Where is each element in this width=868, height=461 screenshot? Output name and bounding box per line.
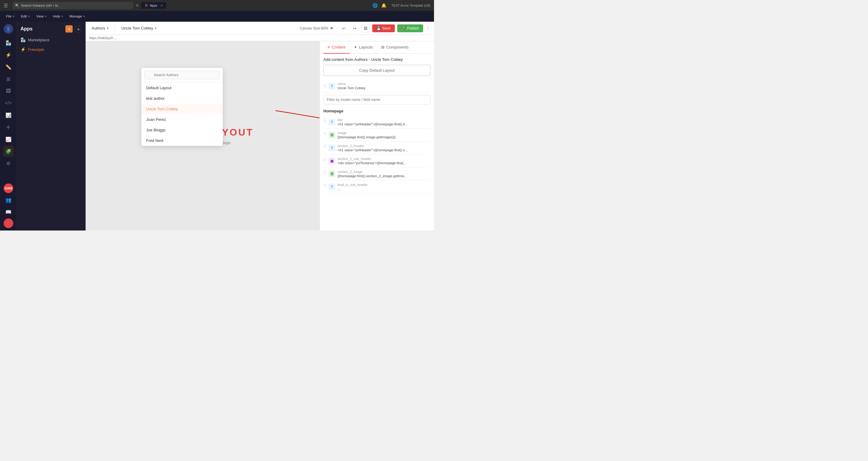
file-dropdown-arrow: ▼ [13, 15, 15, 18]
content-item-title: ⠿ T title <h1 class="pvlHeader">{{homepa… [323, 116, 430, 129]
content-item-lead-in: ⠿ T lead_in_sub_header ... [323, 181, 430, 193]
tab-close-icon[interactable]: ✕ [160, 4, 163, 7]
menu-help[interactable]: Help ▼ [51, 13, 66, 19]
sidebar-item-lightning[interactable]: ⚡ [3, 50, 14, 60]
sidebar-item-marketplace-panel[interactable]: 🏪 Marketplace [17, 35, 85, 44]
section2-header-info: section_2_header <h1 class="pvlHeader">{… [338, 144, 430, 152]
user-badge[interactable]: #1f69 [4, 184, 13, 193]
add-app-button[interactable]: + [65, 25, 73, 33]
hamburger-icon[interactable]: ☰ [4, 3, 8, 8]
sidebar-item-brush[interactable]: ✏️ [3, 61, 14, 72]
sidebar-item-layers[interactable]: ⊞ [3, 73, 14, 84]
dropdown-item-joe-bloggs[interactable]: Joe Bloggs [141, 125, 223, 135]
authors-dropdown-btn[interactable]: Authors ▼ [89, 25, 112, 32]
apps-panel: Apps + ◀ 🏪 Marketplace ⚡ Freestyle [17, 22, 86, 230]
right-panel-content: Add content from Authors - Uncle Tom Cob… [320, 54, 434, 230]
content-item-section2-sub-header: ⠿ ▦ section_2_sub_header <div class="pvl… [323, 155, 430, 167]
drag-handle-title[interactable]: ⠿ [323, 118, 326, 123]
save-button[interactable]: 💾 Save [372, 24, 395, 32]
content-item-section2-header: ⠿ T section_2_header <h1 class="pvlHeade… [323, 142, 430, 155]
browser-bar-icons: 🌐 🔔 [373, 3, 386, 8]
more-options-button[interactable]: ⋮ [426, 25, 430, 31]
browser-tab-apps[interactable]: ⚙ Apps ✕ [141, 2, 166, 9]
menu-manage[interactable]: Manage ▼ [67, 13, 87, 19]
globe-icon[interactable]: 🌐 [373, 3, 378, 8]
homepage-title: Homepage [323, 109, 430, 113]
drag-handle-image[interactable]: ⠿ [323, 131, 326, 136]
sidebar-item-user-plus[interactable]: 👥 [3, 194, 14, 205]
sidebar-item-puzzle[interactable]: 🧩 [3, 146, 14, 157]
tab-layouts[interactable]: ✦ Layouts [350, 41, 377, 54]
publish-icon: 🚀 [401, 26, 406, 30]
sidebar-item-image[interactable]: 🖼 [3, 86, 14, 96]
dropdown-item-fred-nerk[interactable]: Fred Nerk [141, 135, 223, 146]
dropdown-item-juan-perez[interactable]: Juan Perez [141, 114, 223, 125]
help-dropdown-arrow: ▼ [61, 15, 64, 18]
drag-handle-section2-image[interactable]: ⠿ [323, 170, 326, 175]
browser-bar: ☰ 🔍 Search Instance (ctrl + k) ⚙ ⚙ Apps … [0, 0, 434, 11]
homepage-section: Homepage ⠿ T title <h1 class="pvlHeader"… [323, 109, 430, 193]
sidebar-item-marketplace[interactable]: 🏪 [3, 37, 14, 48]
canvas-area: DEFAULT LAYOUTAYOUT right to start desig… [86, 41, 319, 230]
components-tab-icon: ⊞ [381, 45, 384, 50]
avatar[interactable]: 👤 [4, 24, 13, 34]
authors-search-input[interactable] [144, 71, 220, 79]
content-area: Authors ▼ Uncle Tom Cobley ▼ Canvas Size… [86, 22, 434, 230]
sidebar-item-settings[interactable]: ⚙ [3, 158, 14, 169]
sidebar-item-bar-chart[interactable]: 📈 [3, 134, 14, 145]
app-menu: File ▼ Edit ▼ View ▼ Help ▼ Manage ▼ [4, 13, 88, 19]
save-icon: 💾 [376, 26, 381, 30]
drag-handle-section2-sub[interactable]: ⠿ [323, 157, 326, 162]
filter-input[interactable] [323, 95, 430, 104]
undo-button[interactable]: ↩ [340, 24, 348, 33]
sidebar-item-chart[interactable]: 📊 [3, 110, 14, 121]
sidebar-item-code[interactable]: </> [3, 98, 14, 109]
main-layout: 👤 🏪 ⚡ ✏️ ⊞ 🖼 </> 📊 ✛ 📈 🧩 ⚙ #1f69 👥 📖 ↻ A… [0, 22, 434, 230]
author-selected-arrow: ▼ [154, 27, 157, 30]
dropdown-item-default-layout[interactable]: Default Layout [141, 83, 223, 93]
search-icon: 🔍 [15, 4, 19, 7]
lead-in-info: lead_in_sub_header ... [338, 183, 430, 191]
sidebar-item-freestyle[interactable]: ⚡ Freestyle [17, 44, 85, 54]
url-bar: https://5dk0zp2f-... [86, 35, 434, 41]
tab-label: Apps [150, 4, 157, 7]
toolbar-actions: ↩ ↪ 🖼 💾 Save 🚀 Publish ⋮ [340, 24, 430, 33]
image-button[interactable]: 🖼 [361, 24, 370, 33]
title-info: title <h1 class="pvlHeader">{{homepage.f… [338, 118, 430, 126]
content-item-image: ⠿ 🖼 image {{homepage.first().image.getIm… [323, 129, 430, 142]
bell-icon[interactable]: 🔔 [381, 3, 386, 8]
drag-handle-name[interactable]: ⠿ [323, 84, 326, 88]
layouts-tab-icon: ✦ [354, 45, 357, 50]
edit-dropdown-arrow: ▼ [28, 15, 30, 18]
left-sidebar: 👤 🏪 ⚡ ✏️ ⊞ 🖼 </> 📊 ✛ 📈 🧩 ⚙ #1f69 👥 📖 ↻ [0, 22, 17, 230]
section2-image-icon: 🖼 [329, 171, 335, 177]
manage-dropdown-arrow: ▼ [83, 15, 85, 18]
menu-view[interactable]: View ▼ [34, 13, 50, 19]
drag-handle-section2-header[interactable]: ⠿ [323, 144, 326, 149]
section2-header-icon: T [329, 145, 335, 151]
name-row: ⠿ T name Uncle Tom Cobley [323, 80, 430, 92]
publish-button[interactable]: 🚀 Publish [397, 24, 423, 32]
redo-button[interactable]: ↪ [350, 24, 359, 33]
lead-in-icon: T [329, 184, 335, 190]
sidebar-item-crosshair[interactable]: ✛ [3, 122, 14, 132]
author-selected-dropdown[interactable]: Uncle Tom Cobley ▼ [119, 25, 159, 32]
dropdown-item-uncle-tom[interactable]: Uncle Tom Cobley [141, 104, 223, 114]
copy-default-layout-button[interactable]: Copy Default Layout [323, 65, 430, 76]
view-dropdown-arrow: ▼ [44, 15, 47, 18]
toolbar-divider-1 [115, 25, 116, 31]
menu-file[interactable]: File ▼ [4, 13, 17, 19]
drag-handle-lead-in[interactable]: ⠿ [323, 183, 326, 188]
tab-components[interactable]: ⊞ Components [377, 41, 413, 54]
eye-icon[interactable]: 👁 [330, 26, 334, 30]
dropdown-item-test-author[interactable]: test author [141, 93, 223, 104]
sidebar-item-refresh[interactable]: ↻ [4, 218, 13, 228]
collapse-panel-button[interactable]: ◀ [74, 25, 82, 33]
content-item-section2-image: ⠿ 🖼 section_2_image {{homepage.first().s… [323, 167, 430, 181]
filter-icon[interactable]: ⚙ [135, 4, 138, 7]
menu-edit[interactable]: Edit ▼ [19, 13, 33, 19]
tab-content[interactable]: ≡ Content [323, 41, 350, 54]
content-tab-icon: ≡ [328, 45, 330, 50]
browser-search[interactable]: 🔍 Search Instance (ctrl + k) [13, 2, 133, 9]
sidebar-item-book[interactable]: 📖 [3, 206, 14, 217]
